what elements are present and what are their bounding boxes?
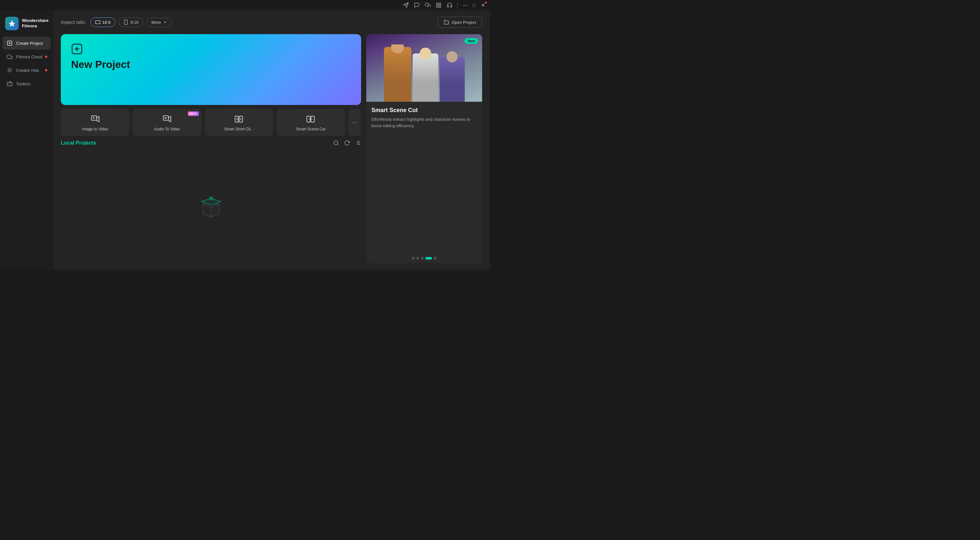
tool-card-smart-short-clip[interactable]: Smart Short Cli...: [205, 109, 273, 136]
audio-to-video-icon: [162, 114, 172, 124]
image-to-video-icon: [90, 114, 100, 124]
window-controls: — □ ✕: [462, 2, 486, 8]
sidebar: Wondershare Filmora Create Project: [0, 10, 53, 270]
carousel-dot-4[interactable]: [425, 257, 432, 260]
refresh-projects-icon[interactable]: [344, 140, 350, 146]
open-project-label: Open Project: [452, 20, 476, 25]
close-button[interactable]: ✕: [480, 2, 486, 8]
svg-line-14: [8, 68, 8, 68]
aspect-ratio-label: Aspect ratio:: [61, 20, 86, 25]
aspect-ratio-group: Aspect ratio: 16:9 9:16 More: [61, 18, 172, 27]
close-dot: [485, 2, 487, 3]
toolbox-label: Toolbox: [16, 81, 30, 86]
svg-point-38: [334, 141, 337, 145]
titlebar: — □ ✕: [0, 0, 490, 10]
image-to-video-label: Image to Video: [82, 127, 108, 131]
list-view-icon[interactable]: [355, 140, 361, 146]
tool-card-audio-to-video[interactable]: BETA Audio To Video: [133, 109, 201, 136]
upload-icon[interactable]: [425, 2, 431, 8]
plus-square-icon: [6, 40, 13, 46]
top-bar: Aspect ratio: 16:9 9:16 More: [61, 17, 482, 28]
aspect-9-16-label: 9:16: [130, 20, 138, 25]
tool-card-image-to-video[interactable]: Image to Video: [61, 109, 129, 136]
feature-title: Smart Scene Cut: [371, 107, 477, 114]
svg-rect-23: [124, 20, 127, 24]
tool-card-smart-scene-cut[interactable]: Smart Scene Cut: [277, 109, 345, 136]
feature-body: Smart Scene Cut Effortlessly extract hig…: [366, 102, 482, 253]
svg-rect-46: [209, 196, 213, 200]
aspect-9-16-button[interactable]: 9:16: [118, 18, 143, 27]
smart-scene-cut-icon: [305, 114, 316, 124]
empty-box-icon: [198, 194, 224, 220]
svg-rect-27: [91, 116, 97, 120]
send-icon[interactable]: [402, 2, 409, 8]
svg-point-11: [8, 69, 11, 72]
svg-rect-6: [436, 6, 438, 7]
sidebar-logo: Wondershare Filmora: [0, 14, 53, 37]
bulb-icon: [6, 67, 13, 73]
empty-state: [61, 151, 361, 263]
create-project-label: Create Project: [16, 41, 43, 46]
carousel-dot-5[interactable]: [434, 257, 436, 260]
carousel-dot-3[interactable]: [421, 257, 423, 260]
filmora-cloud-dot: [45, 56, 47, 58]
cloud-icon: [6, 53, 13, 60]
new-project-title: New Project: [71, 59, 351, 70]
main-content: Aspect ratio: 16:9 9:16 More: [53, 10, 490, 270]
svg-line-18: [8, 72, 8, 72]
local-projects-actions: [333, 140, 361, 146]
more-aspect-button[interactable]: More: [146, 18, 172, 27]
svg-marker-7: [9, 20, 15, 27]
svg-line-39: [337, 144, 338, 145]
creator-hub-label: Creator Hub: [16, 68, 39, 73]
aspect-16-9-label: 16:9: [102, 20, 110, 25]
local-projects-title: Local Projects: [61, 140, 96, 146]
carousel-dots: [366, 253, 482, 263]
smart-short-clip-label: Smart Short Cli...: [224, 127, 253, 131]
filmora-cloud-label: Filmora Cloud: [16, 54, 42, 59]
content-grid: New Project Image to Vid: [61, 34, 482, 263]
beta-badge: BETA: [188, 112, 199, 116]
audio-to-video-label: Audio To Video: [154, 127, 180, 131]
svg-rect-3: [436, 3, 438, 5]
smart-short-clip-icon: [234, 114, 244, 124]
left-panel: New Project Image to Vid: [61, 34, 361, 263]
creator-hub-dot: [45, 69, 47, 72]
more-tools-button[interactable]: ···: [348, 109, 361, 136]
carousel-dot-2[interactable]: [417, 257, 419, 260]
svg-rect-22: [95, 21, 100, 24]
minimize-button[interactable]: —: [462, 2, 468, 8]
feature-description: Effortlessly extract highlights and char…: [371, 116, 477, 129]
feature-image: New: [366, 34, 482, 102]
sidebar-item-toolbox[interactable]: Toolbox: [3, 77, 51, 90]
svg-rect-35: [307, 116, 310, 123]
sidebar-item-creator-hub[interactable]: Creator Hub: [3, 64, 51, 76]
local-projects-section: Local Projects: [61, 140, 361, 263]
new-badge: New: [465, 38, 478, 44]
search-projects-icon[interactable]: [333, 140, 339, 146]
smart-scene-cut-label: Smart Scene Cut: [296, 127, 325, 131]
maximize-button[interactable]: □: [471, 2, 477, 8]
more-tools-icon: ···: [352, 119, 357, 126]
app-name: Wondershare Filmora: [22, 18, 49, 29]
headset-icon[interactable]: [446, 2, 453, 8]
new-project-card[interactable]: New Project: [61, 34, 361, 105]
app-body: Wondershare Filmora Create Project: [0, 10, 490, 270]
titlebar-divider: [457, 2, 458, 8]
titlebar-icons: [402, 2, 458, 8]
app-logo-icon: [5, 17, 19, 30]
new-project-icon: [71, 43, 83, 55]
grid-icon[interactable]: [436, 2, 442, 8]
sidebar-nav: Create Project Filmora Cloud: [0, 37, 53, 90]
toolbox-icon: [6, 81, 13, 87]
tool-cards: Image to Video BETA Audio To Video: [61, 109, 361, 136]
more-label: More: [151, 20, 161, 25]
chat-icon[interactable]: [414, 2, 420, 8]
open-project-button[interactable]: Open Project: [438, 17, 482, 28]
aspect-16-9-button[interactable]: 16:9: [91, 18, 115, 27]
carousel-dot-1[interactable]: [412, 257, 415, 260]
right-panel: New Smart Scene Cut Effortlessly extract…: [366, 34, 482, 263]
sidebar-item-create-project[interactable]: Create Project: [3, 37, 51, 49]
svg-rect-5: [439, 6, 441, 7]
sidebar-item-filmora-cloud[interactable]: Filmora Cloud: [3, 50, 51, 63]
